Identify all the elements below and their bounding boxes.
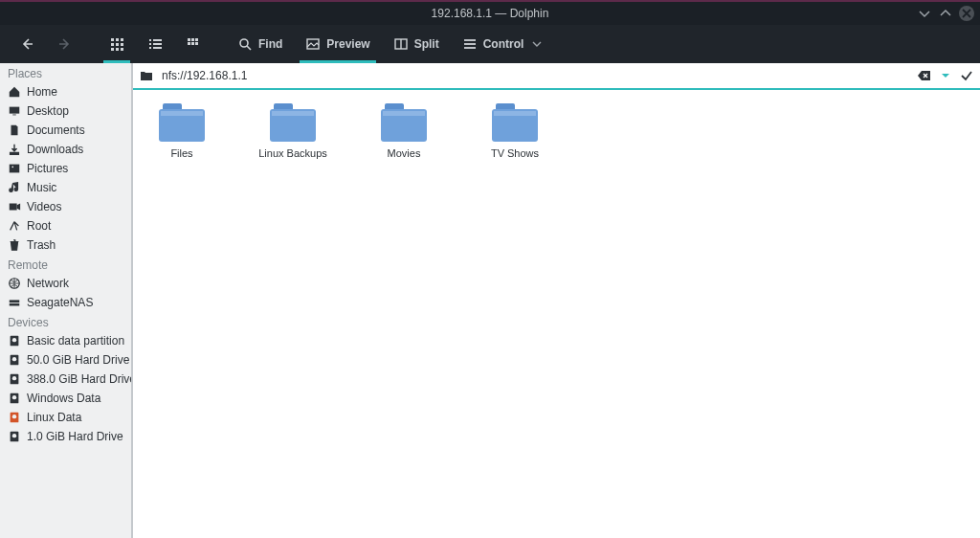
desktop-icon bbox=[8, 104, 21, 118]
svg-rect-10 bbox=[153, 39, 162, 41]
icons-view-button[interactable] bbox=[100, 31, 134, 57]
svg-rect-12 bbox=[153, 43, 162, 45]
folder-item[interactable]: Linux Backups bbox=[259, 103, 326, 159]
svg-rect-11 bbox=[149, 43, 151, 45]
arrow-left-icon bbox=[19, 36, 34, 52]
folder-icon bbox=[492, 103, 538, 142]
places-panel[interactable]: PlacesHomeDesktopDocumentsDownloadsPictu… bbox=[0, 63, 132, 538]
sidebar-item-label: Windows Data bbox=[27, 392, 100, 405]
svg-rect-9 bbox=[149, 39, 151, 41]
control-menu-button[interactable]: Control bbox=[453, 31, 555, 57]
find-button[interactable]: Find bbox=[228, 31, 292, 57]
sidebar-item-label: 1.0 GiB Hard Drive bbox=[27, 430, 123, 443]
svg-point-37 bbox=[12, 376, 16, 380]
details-view-button[interactable] bbox=[176, 31, 211, 57]
back-button[interactable] bbox=[10, 31, 44, 57]
split-label: Split bbox=[414, 37, 439, 51]
svg-rect-24 bbox=[10, 107, 20, 114]
sidebar-item-music[interactable]: Music bbox=[0, 178, 131, 197]
pictures-icon bbox=[8, 162, 21, 175]
downloads-icon bbox=[8, 143, 21, 156]
preview-button[interactable]: Preview bbox=[296, 31, 379, 57]
svg-point-39 bbox=[12, 395, 16, 399]
folder-item[interactable]: TV Shows bbox=[481, 103, 548, 159]
svg-rect-14 bbox=[153, 47, 162, 49]
svg-rect-2 bbox=[121, 38, 123, 41]
sidebar-item-label: Network bbox=[27, 277, 69, 290]
split-icon bbox=[393, 36, 409, 52]
folder-item[interactable]: Files bbox=[148, 103, 215, 159]
sidebar-item-label: Basic data partition bbox=[27, 334, 124, 347]
split-button[interactable]: Split bbox=[384, 31, 449, 57]
location-input[interactable] bbox=[160, 67, 911, 84]
folder-name: TV Shows bbox=[491, 147, 539, 159]
sidebar-item-label: Pictures bbox=[27, 162, 68, 175]
network-icon bbox=[8, 277, 21, 290]
folder-icon bbox=[270, 103, 316, 142]
image-icon bbox=[305, 36, 321, 52]
maximize-button[interactable] bbox=[938, 6, 953, 21]
sidebar-item-label: Home bbox=[27, 85, 57, 99]
sidebar-item-label: 388.0 GiB Hard Drive bbox=[27, 372, 132, 386]
sidebar-item-seagatenas[interactable]: SeagateNAS bbox=[0, 293, 131, 312]
grid-icon bbox=[109, 36, 124, 52]
folder-name: Linux Backups bbox=[258, 147, 327, 159]
sidebar-item-basic-data-partition[interactable]: Basic data partition bbox=[0, 331, 131, 350]
compact-view-button[interactable] bbox=[138, 31, 172, 57]
folder-icon bbox=[381, 103, 427, 142]
window-titlebar: 192.168.1.1 — Dolphin bbox=[0, 0, 980, 25]
sidebar-section-header: Places bbox=[0, 63, 131, 82]
documents-icon bbox=[8, 123, 21, 137]
content-pane: FilesLinux BackupsMoviesTV Shows bbox=[132, 63, 980, 538]
sidebar-item-trash[interactable]: Trash bbox=[0, 235, 131, 255]
minimize-button[interactable] bbox=[917, 6, 932, 21]
svg-rect-15 bbox=[188, 38, 190, 41]
sidebar-item-videos[interactable]: Videos bbox=[0, 197, 131, 216]
sidebar-item-network[interactable]: Network bbox=[0, 274, 131, 293]
sidebar-item-home[interactable]: Home bbox=[0, 82, 131, 101]
disk-icon bbox=[8, 353, 21, 367]
dropdown-icon[interactable] bbox=[938, 68, 953, 83]
sidebar-item-root[interactable]: Root bbox=[0, 216, 131, 235]
svg-rect-31 bbox=[10, 303, 20, 306]
folder-name: Movies bbox=[388, 147, 421, 159]
folder-icon bbox=[139, 68, 154, 83]
svg-rect-3 bbox=[111, 43, 114, 46]
svg-point-41 bbox=[12, 415, 16, 418]
svg-rect-16 bbox=[191, 38, 194, 41]
window-title: 192.168.1.1 — Dolphin bbox=[432, 7, 549, 20]
svg-rect-5 bbox=[121, 43, 123, 46]
sidebar-item-pictures[interactable]: Pictures bbox=[0, 159, 131, 178]
sidebar-item-388-0-gib-hard-drive[interactable]: 388.0 GiB Hard Drive bbox=[0, 370, 131, 389]
sidebar-item-documents[interactable]: Documents bbox=[0, 121, 131, 140]
svg-rect-17 bbox=[195, 38, 198, 41]
svg-rect-18 bbox=[188, 42, 190, 45]
sidebar-item-label: Downloads bbox=[27, 143, 83, 156]
svg-rect-28 bbox=[10, 204, 17, 211]
svg-rect-0 bbox=[111, 38, 114, 41]
go-icon[interactable] bbox=[959, 68, 974, 83]
sidebar-item-1-0-gib-hard-drive[interactable]: 1.0 GiB Hard Drive bbox=[0, 427, 131, 446]
sidebar-item-windows-data[interactable]: Windows Data bbox=[0, 389, 131, 408]
sidebar-item-label: SeagateNAS bbox=[27, 296, 93, 309]
svg-point-43 bbox=[12, 434, 16, 437]
sidebar-item-label: Linux Data bbox=[27, 411, 81, 424]
clear-icon[interactable] bbox=[917, 68, 932, 83]
sidebar-item-desktop[interactable]: Desktop bbox=[0, 101, 131, 121]
svg-rect-1 bbox=[116, 38, 119, 41]
sidebar-section-header: Remote bbox=[0, 255, 131, 274]
sidebar-section-header: Devices bbox=[0, 312, 131, 331]
main-toolbar: Find Preview Split Control bbox=[0, 25, 980, 63]
sidebar-item-50-0-gib-hard-drive[interactable]: 50.0 GiB Hard Drive bbox=[0, 350, 131, 370]
root-icon bbox=[8, 219, 21, 233]
sidebar-item-downloads[interactable]: Downloads bbox=[0, 140, 131, 159]
forward-button[interactable] bbox=[48, 31, 82, 57]
file-view[interactable]: FilesLinux BackupsMoviesTV Shows bbox=[133, 90, 980, 538]
sidebar-item-linux-data[interactable]: Linux Data bbox=[0, 408, 131, 427]
close-button[interactable] bbox=[959, 6, 974, 21]
search-icon bbox=[237, 36, 253, 52]
list-icon bbox=[147, 36, 163, 52]
svg-rect-20 bbox=[195, 42, 198, 45]
folder-item[interactable]: Movies bbox=[370, 103, 437, 159]
trash-icon bbox=[8, 238, 21, 252]
